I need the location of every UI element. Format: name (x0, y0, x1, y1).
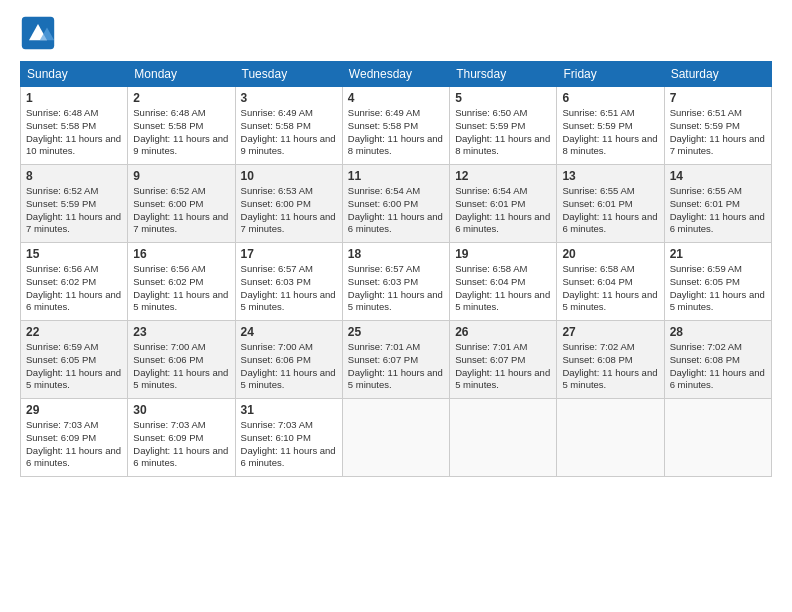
day-info: Sunrise: 7:01 AM Sunset: 6:07 PM Dayligh… (455, 341, 551, 392)
calendar-cell: 1 Sunrise: 6:48 AM Sunset: 5:58 PM Dayli… (21, 87, 128, 165)
day-info: Sunrise: 6:49 AM Sunset: 5:58 PM Dayligh… (348, 107, 444, 158)
day-number: 17 (241, 247, 337, 261)
calendar-cell: 4 Sunrise: 6:49 AM Sunset: 5:58 PM Dayli… (342, 87, 449, 165)
calendar-week-4: 22 Sunrise: 6:59 AM Sunset: 6:05 PM Dayl… (21, 321, 772, 399)
day-number: 12 (455, 169, 551, 183)
day-info: Sunrise: 6:51 AM Sunset: 5:59 PM Dayligh… (670, 107, 766, 158)
day-number: 14 (670, 169, 766, 183)
calendar-cell: 20 Sunrise: 6:58 AM Sunset: 6:04 PM Dayl… (557, 243, 664, 321)
day-number: 2 (133, 91, 229, 105)
calendar-cell: 27 Sunrise: 7:02 AM Sunset: 6:08 PM Dayl… (557, 321, 664, 399)
calendar-cell: 24 Sunrise: 7:00 AM Sunset: 6:06 PM Dayl… (235, 321, 342, 399)
header (20, 15, 772, 51)
day-info: Sunrise: 7:02 AM Sunset: 6:08 PM Dayligh… (670, 341, 766, 392)
day-info: Sunrise: 6:53 AM Sunset: 6:00 PM Dayligh… (241, 185, 337, 236)
calendar-cell (557, 399, 664, 477)
day-info: Sunrise: 6:52 AM Sunset: 5:59 PM Dayligh… (26, 185, 122, 236)
calendar-cell: 15 Sunrise: 6:56 AM Sunset: 6:02 PM Dayl… (21, 243, 128, 321)
calendar-week-1: 1 Sunrise: 6:48 AM Sunset: 5:58 PM Dayli… (21, 87, 772, 165)
calendar-cell: 17 Sunrise: 6:57 AM Sunset: 6:03 PM Dayl… (235, 243, 342, 321)
day-number: 4 (348, 91, 444, 105)
day-info: Sunrise: 6:57 AM Sunset: 6:03 PM Dayligh… (348, 263, 444, 314)
calendar-cell: 10 Sunrise: 6:53 AM Sunset: 6:00 PM Dayl… (235, 165, 342, 243)
day-info: Sunrise: 6:56 AM Sunset: 6:02 PM Dayligh… (26, 263, 122, 314)
day-number: 26 (455, 325, 551, 339)
day-info: Sunrise: 6:54 AM Sunset: 6:00 PM Dayligh… (348, 185, 444, 236)
day-number: 31 (241, 403, 337, 417)
calendar-week-3: 15 Sunrise: 6:56 AM Sunset: 6:02 PM Dayl… (21, 243, 772, 321)
calendar-cell: 14 Sunrise: 6:55 AM Sunset: 6:01 PM Dayl… (664, 165, 771, 243)
calendar-cell: 2 Sunrise: 6:48 AM Sunset: 5:58 PM Dayli… (128, 87, 235, 165)
day-info: Sunrise: 7:03 AM Sunset: 6:09 PM Dayligh… (26, 419, 122, 470)
day-info: Sunrise: 7:03 AM Sunset: 6:09 PM Dayligh… (133, 419, 229, 470)
calendar-cell: 8 Sunrise: 6:52 AM Sunset: 5:59 PM Dayli… (21, 165, 128, 243)
day-info: Sunrise: 7:03 AM Sunset: 6:10 PM Dayligh… (241, 419, 337, 470)
day-info: Sunrise: 6:48 AM Sunset: 5:58 PM Dayligh… (133, 107, 229, 158)
day-info: Sunrise: 6:57 AM Sunset: 6:03 PM Dayligh… (241, 263, 337, 314)
day-number: 22 (26, 325, 122, 339)
calendar-cell: 11 Sunrise: 6:54 AM Sunset: 6:00 PM Dayl… (342, 165, 449, 243)
calendar-cell: 28 Sunrise: 7:02 AM Sunset: 6:08 PM Dayl… (664, 321, 771, 399)
day-number: 18 (348, 247, 444, 261)
logo-icon (20, 15, 56, 51)
calendar-cell: 18 Sunrise: 6:57 AM Sunset: 6:03 PM Dayl… (342, 243, 449, 321)
day-info: Sunrise: 6:58 AM Sunset: 6:04 PM Dayligh… (455, 263, 551, 314)
day-number: 24 (241, 325, 337, 339)
calendar-cell: 13 Sunrise: 6:55 AM Sunset: 6:01 PM Dayl… (557, 165, 664, 243)
day-number: 19 (455, 247, 551, 261)
logo (20, 15, 60, 51)
day-info: Sunrise: 7:00 AM Sunset: 6:06 PM Dayligh… (241, 341, 337, 392)
day-number: 13 (562, 169, 658, 183)
calendar-cell: 9 Sunrise: 6:52 AM Sunset: 6:00 PM Dayli… (128, 165, 235, 243)
calendar-body: 1 Sunrise: 6:48 AM Sunset: 5:58 PM Dayli… (21, 87, 772, 477)
weekday-header-saturday: Saturday (664, 62, 771, 87)
day-info: Sunrise: 6:59 AM Sunset: 6:05 PM Dayligh… (670, 263, 766, 314)
calendar-cell: 21 Sunrise: 6:59 AM Sunset: 6:05 PM Dayl… (664, 243, 771, 321)
day-number: 6 (562, 91, 658, 105)
day-number: 23 (133, 325, 229, 339)
calendar-week-2: 8 Sunrise: 6:52 AM Sunset: 5:59 PM Dayli… (21, 165, 772, 243)
day-info: Sunrise: 6:55 AM Sunset: 6:01 PM Dayligh… (670, 185, 766, 236)
calendar-cell: 16 Sunrise: 6:56 AM Sunset: 6:02 PM Dayl… (128, 243, 235, 321)
day-number: 20 (562, 247, 658, 261)
day-info: Sunrise: 6:56 AM Sunset: 6:02 PM Dayligh… (133, 263, 229, 314)
calendar-cell: 22 Sunrise: 6:59 AM Sunset: 6:05 PM Dayl… (21, 321, 128, 399)
day-info: Sunrise: 6:52 AM Sunset: 6:00 PM Dayligh… (133, 185, 229, 236)
weekday-header-wednesday: Wednesday (342, 62, 449, 87)
day-info: Sunrise: 6:51 AM Sunset: 5:59 PM Dayligh… (562, 107, 658, 158)
day-number: 8 (26, 169, 122, 183)
day-info: Sunrise: 6:48 AM Sunset: 5:58 PM Dayligh… (26, 107, 122, 158)
calendar-cell: 19 Sunrise: 6:58 AM Sunset: 6:04 PM Dayl… (450, 243, 557, 321)
day-info: Sunrise: 7:02 AM Sunset: 6:08 PM Dayligh… (562, 341, 658, 392)
day-number: 16 (133, 247, 229, 261)
calendar-week-5: 29 Sunrise: 7:03 AM Sunset: 6:09 PM Dayl… (21, 399, 772, 477)
day-info: Sunrise: 6:59 AM Sunset: 6:05 PM Dayligh… (26, 341, 122, 392)
day-number: 25 (348, 325, 444, 339)
day-info: Sunrise: 7:00 AM Sunset: 6:06 PM Dayligh… (133, 341, 229, 392)
calendar-cell (664, 399, 771, 477)
calendar-cell: 7 Sunrise: 6:51 AM Sunset: 5:59 PM Dayli… (664, 87, 771, 165)
day-number: 21 (670, 247, 766, 261)
day-info: Sunrise: 7:01 AM Sunset: 6:07 PM Dayligh… (348, 341, 444, 392)
day-number: 9 (133, 169, 229, 183)
weekday-header-sunday: Sunday (21, 62, 128, 87)
calendar-cell: 12 Sunrise: 6:54 AM Sunset: 6:01 PM Dayl… (450, 165, 557, 243)
calendar-cell: 5 Sunrise: 6:50 AM Sunset: 5:59 PM Dayli… (450, 87, 557, 165)
weekday-header-row: SundayMondayTuesdayWednesdayThursdayFrid… (21, 62, 772, 87)
weekday-header-thursday: Thursday (450, 62, 557, 87)
day-info: Sunrise: 6:54 AM Sunset: 6:01 PM Dayligh… (455, 185, 551, 236)
day-number: 1 (26, 91, 122, 105)
calendar-cell: 25 Sunrise: 7:01 AM Sunset: 6:07 PM Dayl… (342, 321, 449, 399)
day-info: Sunrise: 6:58 AM Sunset: 6:04 PM Dayligh… (562, 263, 658, 314)
calendar-cell: 26 Sunrise: 7:01 AM Sunset: 6:07 PM Dayl… (450, 321, 557, 399)
day-info: Sunrise: 6:50 AM Sunset: 5:59 PM Dayligh… (455, 107, 551, 158)
calendar-cell: 3 Sunrise: 6:49 AM Sunset: 5:58 PM Dayli… (235, 87, 342, 165)
calendar-table: SundayMondayTuesdayWednesdayThursdayFrid… (20, 61, 772, 477)
day-number: 5 (455, 91, 551, 105)
day-number: 29 (26, 403, 122, 417)
day-number: 7 (670, 91, 766, 105)
day-number: 27 (562, 325, 658, 339)
calendar-cell (450, 399, 557, 477)
day-info: Sunrise: 6:49 AM Sunset: 5:58 PM Dayligh… (241, 107, 337, 158)
calendar-cell (342, 399, 449, 477)
